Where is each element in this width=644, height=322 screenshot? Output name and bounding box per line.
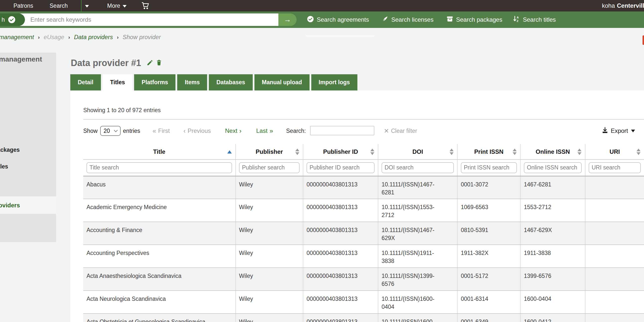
tab-databases[interactable]: Databases [209,74,252,90]
search-type-label: h [2,16,5,23]
search-licenses-label: Search licenses [391,16,434,23]
clear-filter-button[interactable]: ✕ Clear filter [384,125,417,137]
cell-text: 1467-629X [521,222,585,234]
page-size-select[interactable]: 20 [100,126,121,136]
search-type-button[interactable]: h [0,14,25,26]
delete-trash-icon[interactable] [156,59,162,67]
cell-text: 0000000403801313 [303,245,378,257]
cell-print_issn: 0001-6349 [457,314,520,322]
search-agreements-link[interactable]: Search agreements [307,12,369,28]
cell-publisher_id: 0000000403801313 [303,290,378,314]
cell-title: Abacus [83,176,236,199]
tab-manual-upload[interactable]: Manual upload [254,74,310,90]
cell-uri [585,245,644,268]
column-header-uri[interactable]: URI [585,144,644,160]
column-header-print_issn[interactable]: Print ISSN [457,144,520,160]
cell-text: 1399-6576 [521,268,585,280]
cell-text [586,199,644,203]
breadcrumb-data-providers-link[interactable]: Data providers [74,34,113,40]
top-navigation-bar: Patrons Search More kohaCenterville [0,0,644,12]
breadcrumb-current-page: Show provider [122,34,161,40]
cart-icon[interactable] [141,2,150,11]
cell-title: Accounting Perspectives [83,245,236,268]
cell-text: 10.1111/(ISSN)1911-3838 [378,245,441,265]
nav-patrons[interactable]: Patrons [14,0,33,12]
table-row: Acta Obstetricia et Gynecologica Scandin… [83,314,644,322]
nav-search[interactable]: Search [50,0,68,12]
tab-detail[interactable]: Detail [70,74,101,90]
print_issn-search-input[interactable] [461,162,517,173]
table-row: Accounting & FinanceWiley000000040380131… [83,222,644,245]
cell-text: 0001-6314 [458,291,520,303]
cell-text: Accounting & Finance [83,222,235,234]
chevron-right-icon: › [239,127,242,135]
cell-publisher: Wiley [236,268,303,290]
column-header-publisher_id[interactable]: Publisher ID [303,144,378,160]
search-input[interactable]: Enter search keywords [15,14,278,26]
sort-icon [578,148,582,155]
cell-text: 10.1111/(ISSN)1553-2712 [378,199,441,219]
export-button[interactable]: Export [602,125,635,137]
help-edge-button[interactable] [642,36,644,45]
sidebar-item-titles[interactable]: Titles [0,163,8,170]
pagination-first[interactable]: « First [152,125,170,137]
nav-divider [81,0,82,12]
sidebar-item-packages[interactable]: Packages [0,146,20,153]
search-titles-link[interactable]: AZ Search titles [513,12,556,28]
cell-uri [585,290,644,314]
search-submit-button[interactable]: → [278,14,296,26]
cell-text: 1911-3838 [521,245,585,257]
export-label: Export [611,127,628,134]
double-chevron-left-icon: « [152,127,156,135]
cell-title: Acta Neurologica Scandinavica [83,290,236,314]
cell-title: Academic Emergency Medicine [83,199,236,222]
table-search-input[interactable] [310,126,374,135]
column-header-doi[interactable]: DOI [378,144,457,160]
edit-pencil-icon[interactable] [146,59,153,67]
cell-uri [585,176,644,199]
pagination-previous-label: Previous [188,127,211,134]
cell-text: 1911-382X [458,245,520,257]
nav-more[interactable]: More [107,0,126,12]
pagination-last[interactable]: Last » [256,125,273,137]
cell-publisher: Wiley [236,222,303,245]
cell-text [586,291,644,295]
tab-platforms[interactable]: Platforms [134,74,176,90]
cell-doi: 10.1111/(ISSN)1911-3838 [378,245,457,268]
cell-text: Accounting Perspectives [83,245,235,257]
breadcrumb-erm-link[interactable]: E-resource management [0,34,34,40]
pagination-next[interactable]: Next › [225,125,242,137]
tab-titles[interactable]: Titles [103,74,132,90]
breadcrumb: E-resource management › eUsage › Data pr… [0,28,161,46]
search-dropdown-toggle[interactable] [85,0,89,12]
online_issn-search-input[interactable] [524,162,582,173]
column-header-title[interactable]: Title [83,144,236,160]
cell-publisher: Wiley [236,290,303,314]
column-header-online_issn[interactable]: Online ISSN [520,144,585,160]
cell-doi: 10.1111/(ISSN)1600-0412 [378,314,457,322]
sort-icon [295,148,299,155]
check-circle-icon [8,16,16,24]
cell-text: 0001-3072 [458,176,520,188]
search-packages-link[interactable]: Search packages [446,12,502,28]
breadcrumb-separator: › [117,34,119,40]
cell-online_issn: 1911-3838 [520,245,585,268]
uri-search-input[interactable] [589,162,641,173]
pagination-previous[interactable]: ‹ Previous [184,125,211,137]
cell-online_issn: 1467-629X [520,222,585,245]
title-search-input[interactable] [86,162,232,173]
tab-items[interactable]: Items [177,74,207,90]
search-licenses-link[interactable]: Search licenses [382,12,434,28]
cell-text: Abacus [83,176,235,188]
cell-publisher_id: 0000000403801313 [303,314,378,322]
publisher_id-search-input[interactable] [306,162,374,173]
sidebar-item-data-providers[interactable]: Data providers [0,202,20,209]
column-filter-cell [520,160,585,176]
sort-icon [370,148,374,155]
publisher-search-input[interactable] [239,162,300,173]
tab-import-logs[interactable]: Import logs [311,74,358,90]
column-header-publisher[interactable]: Publisher [236,144,303,160]
cell-text: 10.1111/(ISSN)1399-6576 [378,268,441,288]
cell-text [586,245,644,249]
doi-search-input[interactable] [382,162,454,173]
